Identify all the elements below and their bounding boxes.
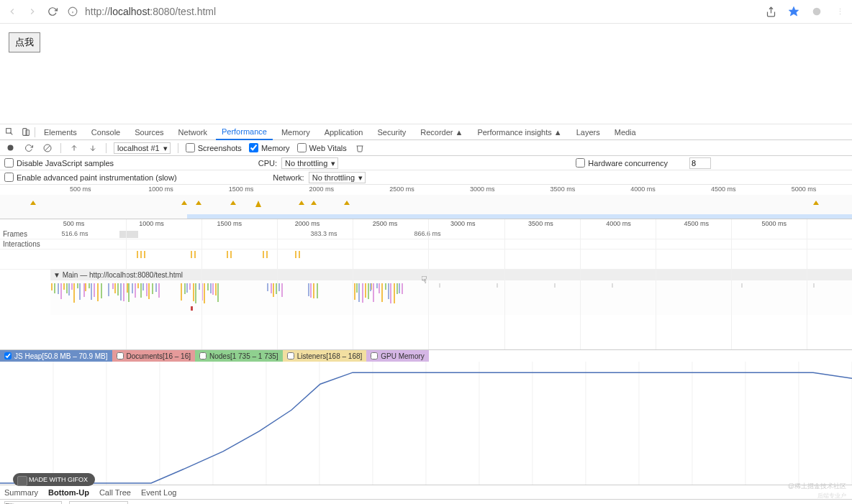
- memory-checkbox[interactable]: Memory: [249, 143, 290, 152]
- interactions-ticks: [50, 249, 852, 270]
- memory-chart[interactable]: [0, 362, 852, 485]
- legend-nodes[interactable]: Nodes[1 735 – 1 735]: [195, 350, 283, 362]
- browser-toolbar: http://localhost:8080/test.html ⋮: [0, 0, 852, 24]
- memory-legend: JS Heap[50.8 MB – 70.9 MB] Documents[16 …: [0, 350, 852, 362]
- delete-icon[interactable]: [354, 142, 366, 154]
- web-vitals-checkbox[interactable]: Web Vitals: [297, 143, 347, 152]
- main-thread-flames[interactable]: [50, 280, 852, 315]
- main-thread-header[interactable]: ▼ Main — http://localhost:8080/test.html: [50, 270, 852, 280]
- screenshots-checkbox[interactable]: Screenshots: [186, 143, 242, 152]
- tab-layers[interactable]: Layers: [571, 125, 606, 139]
- filter-input[interactable]: [4, 501, 62, 505]
- tab-memory[interactable]: Memory: [276, 125, 316, 139]
- menu-icon[interactable]: ⋮: [833, 5, 846, 18]
- disable-js-checkbox[interactable]: Disable JavaScript samples: [4, 158, 114, 168]
- grouping-select[interactable]: No Grouping ▾: [69, 501, 128, 505]
- details-tab-call-tree[interactable]: Call Tree: [99, 488, 131, 497]
- cpu-label: CPU:: [258, 159, 277, 168]
- page-button[interactable]: 点我: [9, 32, 40, 52]
- perf-toolbar: localhost #1 ▾ Screenshots Memory Web Vi…: [0, 140, 852, 156]
- options-row-1: Disable JavaScript samples CPU: No throt…: [0, 156, 852, 170]
- svg-point-5: [813, 8, 821, 16]
- details-tabs: SummaryBottom-UpCall TreeEvent Log: [0, 485, 852, 500]
- interactions-lane: [50, 239, 852, 249]
- network-label: Network:: [273, 173, 304, 182]
- legend-listeners[interactable]: Listeners[168 – 168]: [283, 350, 367, 362]
- tab-security[interactable]: Security: [371, 125, 412, 139]
- tab-performance-insights-[interactable]: Performance insights ▲: [471, 125, 567, 139]
- overview-body: [0, 195, 852, 219]
- device-icon[interactable]: [19, 126, 32, 139]
- overview-ruler: 500 ms1000 ms1500 ms2000 ms2500 ms3000 m…: [0, 185, 852, 195]
- reload-record-button[interactable]: [23, 142, 35, 154]
- tab-recorder-[interactable]: Recorder ▲: [414, 125, 468, 139]
- details-tab-event-log[interactable]: Event Log: [141, 488, 177, 497]
- frames-lane-label: Frames: [0, 229, 50, 239]
- bookmark-icon[interactable]: [787, 5, 800, 18]
- profile-icon[interactable]: [810, 5, 823, 18]
- profile-selector[interactable]: localhost #1 ▾: [114, 142, 171, 154]
- tab-elements[interactable]: Elements: [38, 125, 83, 139]
- tab-console[interactable]: Console: [86, 125, 126, 139]
- network-throttle-select[interactable]: No throttling ▾: [309, 172, 366, 183]
- svg-line-11: [45, 145, 50, 151]
- inspect-icon[interactable]: [3, 126, 16, 139]
- back-button[interactable]: [6, 5, 19, 18]
- overview-timeline[interactable]: 500 ms1000 ms1500 ms2000 ms2500 ms3000 m…: [0, 185, 852, 219]
- hw-concurrency-input[interactable]: [689, 157, 711, 169]
- download-button[interactable]: [87, 142, 99, 154]
- tab-sources[interactable]: Sources: [129, 125, 169, 139]
- devtools-tab-bar: ElementsConsoleSourcesNetworkPerformance…: [0, 124, 852, 140]
- details-tab-bottom-up[interactable]: Bottom-Up: [48, 488, 89, 497]
- address-bar[interactable]: http://localhost:8080/test.html: [66, 2, 757, 21]
- svg-point-9: [7, 145, 13, 151]
- legend-documents[interactable]: Documents[16 – 16]: [112, 350, 196, 362]
- tab-media[interactable]: Media: [609, 125, 642, 139]
- watermark: @稀土掘金技术社区: [788, 482, 846, 491]
- flame-ruler: 500 ms1000 ms1500 ms2000 ms2500 ms3000 m…: [50, 219, 852, 229]
- cpu-throttle-select[interactable]: No throttling ▾: [281, 157, 338, 169]
- upload-button[interactable]: [68, 142, 80, 154]
- filter-row: No Grouping ▾: [0, 500, 852, 504]
- gifox-badge: MADE WITH GIFOX: [13, 473, 95, 486]
- legend-js-heap[interactable]: JS Heap[50.8 MB – 70.9 MB]: [0, 350, 112, 362]
- cursor-icon: ☟: [421, 274, 427, 285]
- share-icon[interactable]: [764, 5, 777, 18]
- tab-performance[interactable]: Performance: [216, 124, 273, 140]
- watermark-2: 后端专业户: [817, 492, 846, 500]
- interactions-lane-label: Interactions: [0, 239, 50, 249]
- legend-gpu[interactable]: GPU Memory: [366, 350, 429, 362]
- reload-button[interactable]: [46, 5, 59, 18]
- hw-concurrency-checkbox[interactable]: Hardware concurrency: [576, 158, 668, 168]
- site-info-icon[interactable]: [66, 5, 79, 18]
- clear-button[interactable]: [42, 142, 53, 154]
- tab-application[interactable]: Application: [319, 125, 369, 139]
- frames-lane: 516.6 ms 383.3 ms 866.6 ms: [50, 229, 852, 239]
- page-viewport: 点我: [0, 24, 852, 124]
- flame-chart[interactable]: Frames Interactions 500 ms1000 ms1500 ms…: [0, 219, 852, 350]
- paint-instrumentation-checkbox[interactable]: Enable advanced paint instrumentation (s…: [4, 173, 177, 182]
- svg-marker-4: [789, 6, 798, 16]
- details-tab-summary[interactable]: Summary: [4, 488, 38, 497]
- url-text: http://localhost:8080/test.html: [85, 6, 216, 17]
- options-row-2: Enable advanced paint instrumentation (s…: [0, 170, 852, 185]
- forward-button[interactable]: [26, 5, 39, 18]
- tab-network[interactable]: Network: [173, 125, 213, 139]
- record-button[interactable]: [4, 142, 16, 154]
